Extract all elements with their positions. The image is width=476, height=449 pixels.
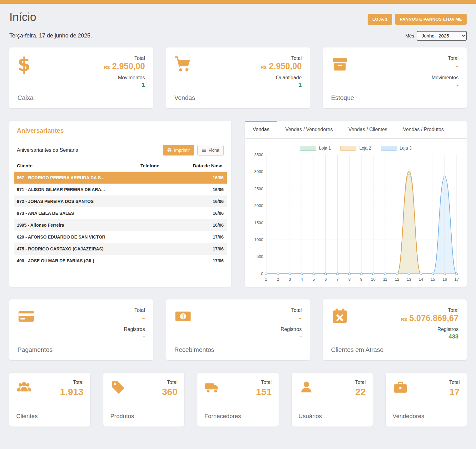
clientes-title: Clientes bbox=[16, 413, 38, 420]
legend-swatch bbox=[300, 146, 316, 150]
table-row[interactable]: 971 - ALISON GILMAR PEREIRA DE ARA...16/… bbox=[14, 184, 227, 195]
caixa-mov-label: Movimentos bbox=[118, 75, 145, 81]
box-icon bbox=[331, 56, 349, 73]
svg-text:3000: 3000 bbox=[254, 169, 263, 174]
svg-text:3500: 3500 bbox=[254, 152, 263, 157]
legend-label: Loja 1 bbox=[319, 146, 331, 150]
table-row[interactable]: 620 - AFONSO EDUARDO DE SAN VICTOR17/06 bbox=[14, 231, 227, 243]
usuarios-total-label: Total bbox=[355, 380, 366, 385]
clientes-card: Clientes Total 1.913 bbox=[9, 373, 90, 427]
print-button[interactable]: Imprimir bbox=[163, 145, 194, 155]
tab-vendas[interactable]: Vendas bbox=[245, 121, 277, 138]
cart-icon bbox=[174, 56, 192, 73]
table-row[interactable]: 972 - JONAS PEREIRA DOS SANTOS16/06 bbox=[14, 195, 227, 207]
pagamentos-reg-value: - bbox=[143, 332, 145, 341]
tab-vendas-vendedores[interactable]: Vendas / Vendedores bbox=[277, 121, 340, 138]
estoque-mov-value: - bbox=[457, 81, 459, 90]
tab-vendas-clientes[interactable]: Vendas / Clientes bbox=[341, 121, 395, 138]
vendedores-title: Vendedores bbox=[393, 413, 424, 420]
credit-card-icon bbox=[17, 308, 35, 325]
month-select[interactable]: Junho - 2025 bbox=[417, 31, 467, 41]
legend-label: Loja 3 bbox=[400, 146, 412, 150]
legend-loja-3[interactable]: Loja 3 bbox=[381, 146, 412, 150]
caixa-card: $ Caixa Total R$ 2.950,00 Movimentos 1 bbox=[9, 47, 153, 108]
legend-loja-2[interactable]: Loja 2 bbox=[340, 146, 371, 150]
tag-icon bbox=[110, 380, 126, 395]
svg-text:11: 11 bbox=[383, 277, 387, 282]
recebimentos-reg-label: Registros bbox=[280, 327, 302, 332]
caixa-total-value: R$ 2.950,00 bbox=[104, 61, 145, 72]
svg-text:5: 5 bbox=[313, 277, 315, 282]
col-telefone: Telefone bbox=[137, 160, 184, 172]
svg-text:12: 12 bbox=[395, 277, 399, 282]
produtos-total-value: 360 bbox=[162, 387, 177, 397]
svg-text:1000: 1000 bbox=[254, 237, 263, 242]
mid-cards-row: Pagamentos Total - Registros - 1 Recebim… bbox=[9, 299, 467, 360]
svg-text:14: 14 bbox=[419, 277, 423, 282]
printer-icon bbox=[167, 148, 172, 153]
table-row[interactable]: 973 - ANA LEILA DE SALES16/06 bbox=[14, 207, 227, 219]
caixa-title: Caixa bbox=[17, 94, 35, 101]
svg-text:2000: 2000 bbox=[254, 203, 263, 208]
pagamentos-total-label: Total bbox=[134, 308, 145, 313]
clientes-total-value: 1.913 bbox=[60, 387, 83, 397]
usuarios-total-value: 22 bbox=[355, 387, 366, 397]
vendas-total-label: Total bbox=[291, 56, 302, 61]
clientes-atraso-total-label: Total bbox=[448, 308, 459, 313]
vendedores-card: Vendedores Total 17 bbox=[386, 373, 467, 427]
svg-text:15: 15 bbox=[431, 277, 435, 282]
svg-text:1: 1 bbox=[181, 313, 185, 319]
produtos-card: Produtos Total 360 bbox=[103, 373, 184, 427]
vendas-qtd-label: Quantidade bbox=[276, 75, 302, 81]
produtos-title: Produtos bbox=[110, 413, 134, 420]
table-row[interactable]: 1995 - Alfonso Ferreira16/06 bbox=[14, 219, 227, 231]
top-accent-bar bbox=[0, 0, 476, 4]
company-badge[interactable]: PANNOS E PANNOS LTDA ME bbox=[395, 14, 467, 25]
legend-swatch bbox=[381, 146, 397, 150]
recebimentos-total-label: Total bbox=[291, 308, 302, 313]
header-badges: LOJA 1 PANNOS E PANNOS LTDA ME bbox=[368, 14, 467, 25]
caixa-mov-value: 1 bbox=[141, 81, 145, 90]
user-icon bbox=[299, 380, 314, 395]
list-icon bbox=[202, 148, 206, 153]
birthdays-panel: Aniversariantes Aniversariantes da Seman… bbox=[9, 121, 231, 287]
vendedores-total-value: 17 bbox=[449, 387, 460, 397]
fornecedores-card: Fornecedores Total 151 bbox=[197, 373, 278, 427]
store-badge[interactable]: LOJA 1 bbox=[368, 14, 392, 25]
pagamentos-reg-label: Registros bbox=[124, 327, 145, 332]
month-label: Mês bbox=[405, 33, 414, 38]
table-row[interactable]: 475 - RODRIGO CARTAXO (CAJAZEIRAS)17/06 bbox=[14, 243, 227, 255]
svg-text:500: 500 bbox=[256, 254, 263, 259]
recebimentos-title: Recebimentos bbox=[174, 346, 214, 353]
clientes-atraso-total-value: R$ 5.076.869,67 bbox=[401, 313, 459, 324]
svg-text:9: 9 bbox=[360, 277, 362, 282]
sales-chart-panel: Vendas Vendas / Vendedores Vendas / Clie… bbox=[245, 121, 467, 287]
svg-text:3: 3 bbox=[289, 277, 291, 282]
svg-text:16: 16 bbox=[443, 277, 447, 282]
briefcase-icon bbox=[393, 380, 408, 395]
legend-loja-1[interactable]: Loja 1 bbox=[300, 146, 331, 150]
estoque-total-value: - bbox=[456, 61, 459, 72]
svg-text:1: 1 bbox=[265, 277, 267, 282]
truck-icon bbox=[204, 380, 220, 395]
svg-text:0: 0 bbox=[261, 271, 263, 276]
tab-vendas-produtos[interactable]: Vendas / Produtos bbox=[395, 121, 452, 138]
clientes-atraso-reg-value: 433 bbox=[449, 332, 459, 341]
chart-tabs: Vendas Vendas / Vendedores Vendas / Clie… bbox=[245, 121, 467, 139]
legend-swatch bbox=[340, 146, 356, 150]
clientes-total-label: Total bbox=[60, 380, 83, 385]
svg-text:7: 7 bbox=[336, 277, 339, 282]
table-row[interactable]: 867 - RODRIGO PEREIRA ARRUDA DA S...16/0… bbox=[14, 172, 227, 184]
estoque-mov-label: Movimentos bbox=[432, 75, 459, 81]
banknote-icon: 1 bbox=[174, 308, 192, 325]
month-picker: Mês Junho - 2025 bbox=[405, 31, 467, 41]
dashboard-page: Início LOJA 1 PANNOS E PANNOS LTDA ME Te… bbox=[0, 4, 476, 440]
svg-text:17: 17 bbox=[454, 277, 459, 282]
table-row[interactable]: 490 - JOSE GILMAR DE FARIAS (GIL)17/06 bbox=[14, 255, 227, 267]
ficha-button[interactable]: Ficha bbox=[197, 145, 224, 155]
svg-text:8: 8 bbox=[348, 277, 350, 282]
chart-legend: Loja 1Loja 2Loja 3 bbox=[250, 146, 462, 150]
recebimentos-card: 1 Recebimentos Total - Registros - bbox=[166, 299, 310, 360]
vendas-card: Vendas Total R$ 2.950,00 Quantidade 1 bbox=[166, 47, 310, 108]
usuarios-title: Usuários bbox=[299, 413, 322, 420]
